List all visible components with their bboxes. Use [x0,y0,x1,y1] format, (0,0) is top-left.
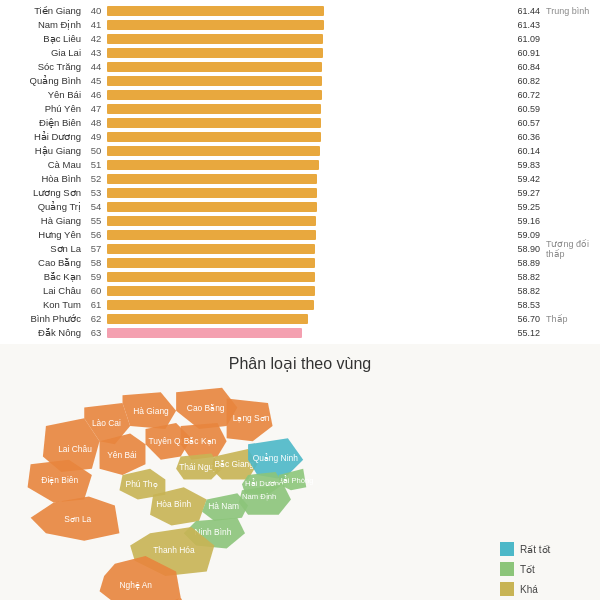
chart-section: Tiền Giang 40 61.44 Trung bình Nam Định … [0,0,600,344]
legend-item: Tốt [500,562,590,576]
svg-text:Lào Cai: Lào Cai [92,418,121,428]
province-name: Hòa Bình [0,173,85,184]
province-name: Hậu Giang [0,145,85,156]
bar [107,314,308,324]
province-name: Hải Dương [0,131,85,142]
rank-number: 50 [85,145,107,156]
bar-container: 60.82 [107,76,510,86]
bar-value: 59.25 [517,202,540,212]
svg-text:Bắc Kạn: Bắc Kạn [184,436,217,446]
chart-row: Yên Bái 46 60.72 [0,88,600,101]
bar [107,188,317,198]
chart-row: Sơn La 57 58.90 Tương đối thấp [0,242,600,255]
bar-container: 59.27 [107,188,510,198]
legend-color-box [500,582,514,596]
legend-area: Rất tốt Tốt Khá Trung bình [490,379,600,600]
chart-row: Quảng Bình 45 60.82 [0,74,600,87]
rank-number: 63 [85,327,107,338]
bar-value: 59.16 [517,216,540,226]
rank-number: 53 [85,187,107,198]
legend-label: Khá [520,584,538,595]
rank-number: 59 [85,271,107,282]
bar [107,286,315,296]
bar [107,202,317,212]
rank-number: 60 [85,285,107,296]
province-name: Tiền Giang [0,5,85,16]
svg-text:Quảng Ninh: Quảng Ninh [253,453,299,463]
province-name: Lai Châu [0,285,85,296]
bar-container: 55.12 [107,328,510,338]
bar [107,90,322,100]
rank-number: 54 [85,201,107,212]
province-name: Quảng Trị [0,201,85,212]
province-name: Kon Tum [0,299,85,310]
rank-number: 47 [85,103,107,114]
bar-container: 60.91 [107,48,510,58]
province-name: Hưng Yên [0,229,85,240]
bar-container: 60.59 [107,104,510,114]
map-content: Lai Châu Lào Cai Hà Giang Cao Bằng Lạng … [0,379,600,600]
province-name: Cao Bằng [0,257,85,268]
province-name: Sóc Trăng [0,61,85,72]
bar-value: 58.53 [517,300,540,310]
bar [107,272,315,282]
chart-row: Lương Sơn 53 59.27 [0,186,600,199]
province-name: Bắc Kạn [0,271,85,282]
legend-color-box [500,542,514,556]
bar-value: 59.09 [517,230,540,240]
rank-number: 40 [85,5,107,16]
chart-row: Kon Tum 61 58.53 [0,298,600,311]
province-name: Đắk Nông [0,327,85,338]
svg-text:Nam Định: Nam Định [242,492,276,501]
bar-container: 59.83 [107,160,510,170]
main-container: Tiền Giang 40 61.44 Trung bình Nam Định … [0,0,600,600]
chart-row: Tiền Giang 40 61.44 Trung bình [0,4,600,17]
rank-number: 43 [85,47,107,58]
chart-row: Bắc Kạn 59 58.82 [0,270,600,283]
bar-value: 61.43 [517,20,540,30]
svg-text:Lạng Sơn: Lạng Sơn [233,413,270,423]
bar-value: 61.09 [517,34,540,44]
bar-container: 56.70 [107,314,510,324]
bar [107,258,315,268]
rank-number: 57 [85,243,107,254]
bar [107,6,324,16]
legend-color-box [500,562,514,576]
bar-container: 60.57 [107,118,510,128]
svg-text:Phú Thọ: Phú Thọ [126,479,158,489]
svg-text:Nghệ An: Nghệ An [119,580,152,590]
chart-row: Hà Giang 55 59.16 [0,214,600,227]
bar-container: 58.82 [107,286,510,296]
rank-number: 62 [85,313,107,324]
rank-number: 61 [85,299,107,310]
legend-item: Rất tốt [500,542,590,556]
svg-text:Hà Giang: Hà Giang [133,406,169,416]
bar-container: 59.25 [107,202,510,212]
bar-container: 60.14 [107,146,510,156]
map-title: Phân loại theo vùng [229,354,372,373]
svg-text:Lai Châu: Lai Châu [58,444,92,454]
province-name: Điện Biên [0,117,85,128]
bar-container: 59.09 [107,230,510,240]
bar [107,76,322,86]
bar-value: 60.14 [517,146,540,156]
bar-value: 60.57 [517,118,540,128]
bar [107,300,314,310]
province-name: Gia Lai [0,47,85,58]
svg-text:Thanh Hóa: Thanh Hóa [153,545,195,555]
province-name: Quảng Bình [0,75,85,86]
vietnam-map: Lai Châu Lào Cai Hà Giang Cao Bằng Lạng … [0,379,490,600]
svg-text:Hà Nam: Hà Nam [208,501,239,511]
chart-row: Hải Dương 49 60.36 [0,130,600,143]
bar [107,118,321,128]
rank-number: 56 [85,229,107,240]
chart-row: Gia Lai 43 60.91 [0,46,600,59]
bar-container: 60.72 [107,90,510,100]
chart-row: Nam Định 41 61.43 [0,18,600,31]
svg-text:Cao Bằng: Cao Bằng [187,403,225,413]
chart-row: Điện Biên 48 60.57 [0,116,600,129]
legend-item: Khá [500,582,590,596]
province-name: Hà Giang [0,215,85,226]
province-name: Yên Bái [0,89,85,100]
bar-value: 59.83 [517,160,540,170]
